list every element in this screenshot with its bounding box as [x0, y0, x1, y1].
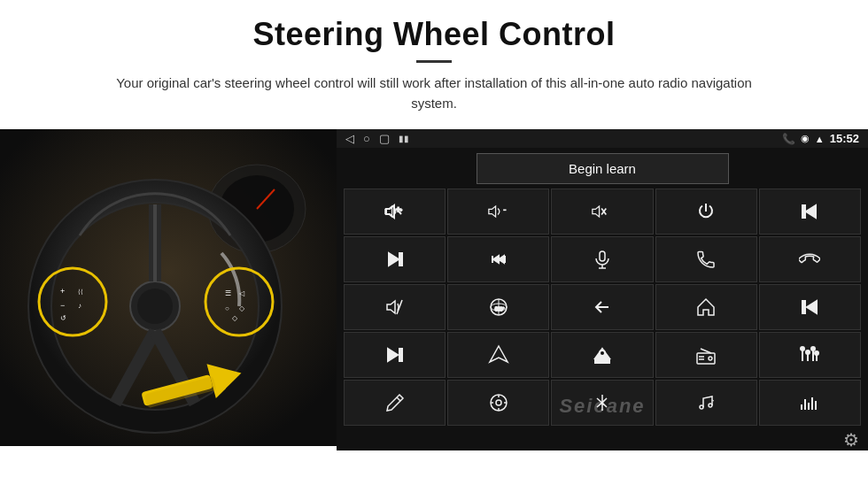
skip-prev-button[interactable]	[759, 284, 861, 330]
svg-point-88	[709, 404, 712, 407]
speaker-button[interactable]	[344, 284, 446, 330]
controls-grid: Begin learn +	[337, 148, 868, 429]
gps-icon: ◉	[801, 133, 810, 144]
svg-line-80	[397, 397, 400, 401]
phone-call-button[interactable]	[655, 236, 757, 282]
recents-nav-icon[interactable]: ▢	[379, 132, 390, 145]
hang-up-button[interactable]	[759, 236, 861, 282]
svg-point-82	[496, 400, 501, 405]
svg-text:360°: 360°	[495, 306, 504, 312]
subtitle: Your original car's steering wheel contr…	[102, 73, 766, 113]
back-button[interactable]	[551, 284, 653, 330]
equalizer-bars-button[interactable]	[759, 380, 861, 426]
svg-rect-62	[399, 349, 402, 361]
mic-button[interactable]	[551, 236, 653, 282]
svg-marker-60	[807, 301, 817, 313]
eq-button[interactable]	[759, 332, 861, 378]
svg-text:♪: ♪	[78, 302, 81, 310]
cam-360-button[interactable]: 360°	[447, 284, 549, 330]
svg-marker-39	[593, 206, 600, 217]
svg-point-77	[806, 350, 810, 354]
content-area: + − ↺ ⟨⟨ ♪ ☰ ◁ ○ ◇ ◇	[0, 129, 868, 446]
back-nav-icon[interactable]: ◁	[345, 132, 354, 145]
settings-circle-button[interactable]	[447, 380, 549, 426]
svg-marker-61	[388, 349, 398, 361]
svg-point-78	[811, 347, 815, 350]
svg-text:☰: ☰	[225, 289, 231, 297]
fast-forward-button[interactable]	[447, 236, 549, 282]
svg-text:↺: ↺	[60, 314, 66, 322]
svg-rect-50	[600, 251, 605, 261]
vol-up-button[interactable]: +	[344, 189, 446, 235]
svg-point-79	[815, 351, 818, 355]
svg-rect-45	[399, 253, 402, 266]
svg-text:◇: ◇	[239, 304, 245, 312]
prev-track-button[interactable]	[759, 189, 861, 235]
svg-text:+: +	[60, 287, 65, 296]
svg-text:◇: ◇	[232, 314, 238, 322]
power-button[interactable]	[655, 189, 757, 235]
status-left: ◁ ○ ▢ ▮▮	[345, 132, 409, 145]
svg-point-87	[700, 405, 703, 409]
begin-learn-row: Begin learn	[340, 151, 864, 186]
svg-line-54	[397, 300, 402, 314]
svg-point-76	[801, 347, 804, 350]
header-section: Steering Wheel Control Your original car…	[0, 0, 868, 122]
settings-gear-icon[interactable]: ⚙	[843, 429, 859, 450]
title-divider	[416, 60, 452, 63]
page-wrapper: Steering Wheel Control Your original car…	[0, 0, 868, 446]
svg-marker-53	[387, 301, 395, 313]
svg-rect-59	[802, 301, 805, 313]
home-button[interactable]	[655, 284, 757, 330]
svg-marker-34	[384, 206, 391, 217]
svg-rect-43	[802, 205, 805, 218]
eject-button[interactable]	[551, 332, 653, 378]
svg-marker-37	[489, 206, 496, 217]
svg-point-10	[137, 289, 173, 324]
svg-text:⟨⟨: ⟨⟨	[78, 289, 83, 295]
radio-button[interactable]	[655, 332, 757, 378]
vol-down-button[interactable]	[447, 189, 549, 235]
pen-button[interactable]	[344, 380, 446, 426]
svg-text:○: ○	[225, 304, 229, 312]
svg-text:−: −	[60, 301, 65, 310]
svg-point-69	[709, 357, 712, 360]
svg-marker-42	[806, 205, 816, 218]
status-bar: ◁ ○ ▢ ▮▮ 📞 ◉ ▲ 15:52	[337, 129, 868, 148]
mute-button[interactable]	[551, 189, 653, 235]
bottom-bar: Seicane ⚙	[337, 429, 868, 450]
home-nav-icon[interactable]: ○	[363, 132, 370, 145]
skip-next2-button[interactable]	[344, 332, 446, 378]
status-right: 📞 ◉ ▲ 15:52	[782, 132, 859, 145]
svg-text:◁: ◁	[239, 289, 245, 297]
music-button[interactable]	[655, 380, 757, 426]
svg-marker-63	[490, 346, 508, 362]
next-track-button[interactable]	[344, 236, 446, 282]
icon-grid: +	[340, 189, 864, 426]
steering-wheel-image: + − ↺ ⟨⟨ ♪ ☰ ◁ ○ ◇ ◇	[0, 129, 337, 446]
wifi-icon: ▲	[815, 134, 825, 144]
svg-rect-65	[595, 360, 609, 363]
android-screen: ◁ ○ ▢ ▮▮ 📞 ◉ ▲ 15:52	[337, 129, 868, 446]
page-title: Steering Wheel Control	[53, 16, 815, 53]
bluetooth-button[interactable]	[551, 380, 653, 426]
svg-point-66	[600, 350, 605, 356]
signal-icon: ▮▮	[399, 134, 409, 143]
begin-learn-button[interactable]: Begin learn	[477, 153, 729, 184]
navigation-button[interactable]	[447, 332, 549, 378]
phone-icon: 📞	[782, 133, 795, 145]
clock: 15:52	[830, 132, 859, 145]
svg-marker-44	[389, 253, 399, 266]
